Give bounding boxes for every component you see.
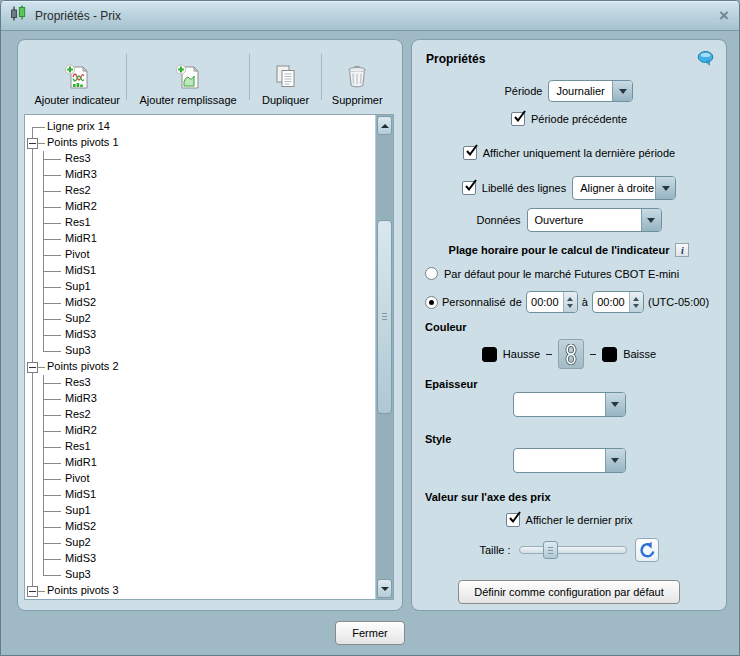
properties-dialog: Propriétés - Prix × [0,0,740,656]
tree-item-child[interactable]: Res3 [25,151,374,167]
tree-item-child[interactable]: Res1 [25,439,374,455]
spinner-arrows-icon[interactable] [563,292,577,312]
tree-item-child[interactable]: MidR3 [25,391,374,407]
tree-item-child[interactable]: Res3 [25,599,374,600]
tree-item-child[interactable]: MidR3 [25,167,374,183]
link-dash [546,354,552,355]
tree-item-child[interactable]: MidS2 [25,295,374,311]
tree-item-child[interactable]: Res1 [25,215,374,231]
add-indicator-label: Ajouter indicateur [34,94,120,106]
collapse-icon[interactable] [27,362,38,373]
time-to-value: 00:00 [593,292,629,312]
defaut-marche-radio[interactable] [425,267,438,280]
titlebar[interactable]: Propriétés - Prix × [1,1,739,31]
tree-item-child[interactable]: Res3 [25,375,374,391]
tree-item-root[interactable]: Points pivots 2 [25,359,374,375]
collapse-icon[interactable] [27,586,38,597]
tree-item-child[interactable]: MidS3 [25,551,374,567]
personnalise-radio[interactable] [425,296,438,309]
baisse-color-swatch[interactable] [602,347,617,362]
tree-item-child[interactable]: MidR1 [25,455,374,471]
add-fill-label: Ajouter remplissage [140,94,237,106]
collapse-icon[interactable] [27,138,38,149]
tree-item-child[interactable]: Sup2 [25,311,374,327]
libelle-align-select[interactable]: Aligner à droite [572,176,676,200]
personnalise-row: Personnalisé de 00:00 à 00:00 (UTC-05:00… [420,291,718,313]
epaisseur-select[interactable] [513,392,626,417]
baisse-label: Baisse [623,348,656,360]
derniere-periode-checkbox[interactable] [463,146,477,160]
indicator-list-panel: Ajouter indicateur Ajouter remplissage [17,39,403,611]
taille-slider-thumb[interactable] [543,541,558,559]
delete-label: Supprimer [332,94,383,106]
dernier-prix-checkbox[interactable] [506,513,520,527]
taille-slider[interactable] [519,541,627,559]
tree-scrollbar[interactable] [375,115,393,599]
tree-item-child[interactable]: Sup3 [25,567,374,583]
spinner-arrows-icon[interactable] [629,292,643,312]
libelle-label: Libellé des lignes [482,182,566,194]
properties-panel: Propriétés Période Journalier Période pr… [411,39,727,611]
properties-header: Propriétés [426,52,485,66]
reset-taille-button[interactable] [635,538,659,562]
periode-precedente-row: Période précédente [420,112,718,126]
add-indicator-button[interactable]: Ajouter indicateur [28,46,126,108]
duplicate-icon [272,63,300,91]
scroll-up-icon[interactable] [377,116,392,135]
a-label: à [582,296,588,308]
tree-item-child[interactable]: MidR1 [25,231,374,247]
tree-item-root[interactable]: Ligne prix 14 [25,119,374,135]
set-default-config-button[interactable]: Définir comme configuration par défaut [458,580,680,604]
link-colors-button[interactable] [558,339,584,369]
tree-item-root[interactable]: Points pivots 1 [25,135,374,151]
add-indicator-icon [63,63,91,91]
chevron-down-icon [612,81,632,101]
scrollbar-thumb[interactable] [377,220,392,414]
defaut-marche-row: Par défaut pour le marché Futures CBOT E… [420,267,718,280]
style-select[interactable] [513,448,626,473]
tree-item-child[interactable]: Res2 [25,183,374,199]
tree-item-child[interactable]: MidS1 [25,263,374,279]
valeur-axe-header: Valeur sur l'axe des prix [425,491,551,503]
tree-item-root[interactable]: Points pivots 3 [25,583,374,599]
scroll-down-icon[interactable] [377,579,392,598]
indicator-tree: Ligne prix 14Points pivots 1Res3MidR3Res… [24,114,394,600]
tree-item-child[interactable]: MidS1 [25,487,374,503]
tree-item-child[interactable]: Sup2 [25,535,374,551]
plage-header-row: Plage horaire pour le calcul de l'indica… [420,243,718,257]
tree-item-child[interactable]: Pivot [25,471,374,487]
help-bubble-icon[interactable] [697,51,714,70]
close-icon[interactable]: × [719,7,729,24]
time-from-spinner[interactable]: 00:00 [526,291,578,313]
tree-item-child[interactable]: MidR2 [25,199,374,215]
tree-item-child[interactable]: Sup1 [25,279,374,295]
window-title: Propriétés - Prix [35,9,121,23]
periode-select[interactable]: Journalier [548,80,633,102]
plage-header: Plage horaire pour le calcul de l'indica… [449,244,670,256]
tree-item-child[interactable]: Sup3 [25,343,374,359]
tree-item-child[interactable]: Sup1 [25,503,374,519]
close-dialog-button[interactable]: Fermer [335,621,405,645]
libelle-checkbox[interactable] [462,181,476,195]
hausse-label: Hausse [503,348,540,360]
candlestick-app-icon [9,5,28,26]
tree-item-child[interactable]: Res2 [25,407,374,423]
info-icon[interactable]: i [675,243,689,257]
delete-button[interactable]: Supprimer [322,46,392,108]
libelle-row: Libellé des lignes Aligner à droite [420,176,718,200]
hausse-color-swatch[interactable] [482,347,497,362]
check-icon [464,143,480,158]
tree-item-child[interactable]: MidR2 [25,423,374,439]
donnees-select[interactable]: Ouverture [527,208,662,232]
time-to-spinner[interactable]: 00:00 [592,291,644,313]
couleur-row: Hausse Baisse [420,339,718,369]
chevron-down-icon [605,393,625,416]
duplicate-button[interactable]: Dupliquer [250,46,322,108]
tree-item-child[interactable]: MidS2 [25,519,374,535]
periode-precedente-checkbox[interactable] [511,112,525,126]
tree-item-child[interactable]: MidS3 [25,327,374,343]
dernier-prix-row: Afficher le dernier prix [420,513,718,527]
add-fill-button[interactable]: Ajouter remplissage [127,46,248,108]
tree-item-child[interactable]: Pivot [25,247,374,263]
taille-slider-track[interactable] [519,546,627,554]
